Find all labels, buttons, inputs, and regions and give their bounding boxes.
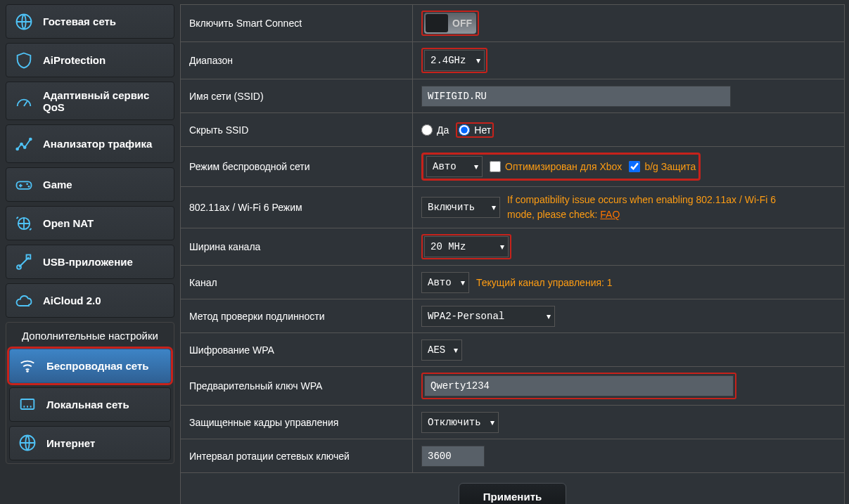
sidebar-item-aicloud[interactable]: AiCloud 2.0	[6, 283, 174, 318]
label-psk: Предварительный ключ WPA	[181, 367, 413, 405]
ax-select[interactable]: Включить	[421, 197, 500, 218]
psk-input[interactable]	[424, 375, 734, 396]
row-ax: 802.11ax / Wi-Fi 6 Режим Включить If com…	[181, 187, 844, 228]
row-channel: Канал Авто Текущий канал управления: 1	[181, 266, 844, 299]
wifi-icon	[17, 355, 38, 376]
label-wmode: Режим беспроводной сети	[181, 147, 413, 186]
sidebar-advanced-group: Дополнительные настройки Беспроводная се…	[6, 322, 174, 464]
svg-rect-12	[21, 399, 34, 409]
globe-arrows-icon	[13, 213, 34, 234]
sidebar-item-traffic[interactable]: Анализатор трафика	[6, 124, 174, 163]
row-width: Ширина канала 20 MHz	[181, 228, 844, 266]
label-band: Диапазон	[181, 42, 413, 79]
sidebar-item-guest[interactable]: Гостевая сеть	[6, 4, 174, 39]
sidebar-advanced-title: Дополнительные настройки	[6, 324, 174, 346]
globe-network-icon	[13, 11, 34, 32]
apply-row: Применить	[181, 473, 844, 504]
bg-protect-checkbox[interactable]	[629, 161, 640, 172]
channel-select[interactable]: Авто	[421, 272, 469, 293]
label-channel: Канал	[181, 266, 413, 299]
row-smart-connect: Включить Smart Connect OFF	[181, 5, 844, 42]
usb-icon	[13, 252, 34, 273]
sidebar-item-label: Анализатор трафика	[43, 138, 152, 150]
sidebar-item-qos[interactable]: Адаптивный сервис QoS	[6, 82, 174, 120]
row-cipher: Шифрование WPA AES	[181, 333, 844, 367]
sidebar-item-label: Локальная сеть	[46, 399, 129, 411]
sidebar-item-label: AiProtection	[43, 54, 106, 66]
width-select[interactable]: 20 MHz	[424, 236, 509, 257]
wireless-settings-table: Включить Smart Connect OFF Диапазон 2.4G…	[180, 4, 845, 504]
label-smart-connect: Включить Smart Connect	[181, 5, 413, 41]
sidebar-item-label: Интернет	[46, 437, 95, 449]
pmf-select[interactable]: Отключить	[421, 412, 499, 433]
apply-button[interactable]: Применить	[459, 483, 566, 504]
band-select[interactable]: 2.4GHz	[424, 50, 485, 71]
globe-icon	[17, 432, 38, 453]
sidebar-item-game[interactable]: Game	[6, 167, 174, 202]
svg-point-3	[23, 146, 27, 149]
label-width: Ширина канала	[181, 228, 413, 265]
sidebar-item-aiprotection[interactable]: AiProtection	[6, 43, 174, 77]
sidebar-item-label: Гостевая сеть	[43, 15, 116, 27]
auth-select[interactable]: WPA2-Personal	[421, 306, 555, 327]
smart-connect-toggle[interactable]: OFF	[424, 13, 476, 34]
hide-ssid-no-radio[interactable]	[459, 124, 470, 136]
sidebar-item-usb[interactable]: USB-приложение	[6, 245, 174, 279]
sidebar-item-wireless[interactable]: Беспроводная сеть	[9, 349, 171, 383]
svg-point-2	[20, 142, 23, 146]
rekey-input[interactable]	[421, 446, 485, 467]
svg-point-4	[29, 137, 32, 141]
gauge-icon	[13, 91, 34, 112]
row-wmode: Режим беспроводной сети Авто Оптимизиров…	[181, 147, 844, 187]
wmode-select[interactable]: Авто	[426, 156, 483, 177]
svg-point-7	[28, 185, 30, 187]
row-hide-ssid: Скрыть SSID Да Нет	[181, 113, 844, 147]
faq-link[interactable]: FAQ	[600, 209, 620, 220]
label-cipher: Шифрование WPA	[181, 333, 413, 366]
svg-point-1	[15, 147, 19, 150]
sidebar-item-label: Open NAT	[43, 217, 94, 229]
sidebar-item-label: Беспроводная сеть	[46, 360, 149, 372]
sidebar-item-lan[interactable]: Локальная сеть	[9, 387, 171, 422]
sidebar-item-opennat[interactable]: Open NAT	[6, 206, 174, 240]
ethernet-icon	[17, 394, 38, 415]
shield-icon	[13, 50, 34, 71]
row-rekey: Интервал ротации сетевых ключей	[181, 439, 844, 473]
label-auth: Метод проверки подлинности	[181, 299, 413, 332]
sidebar-item-label: Адаптивный сервис QoS	[43, 89, 167, 113]
sidebar-item-label: USB-приложение	[43, 256, 133, 268]
gamepad-icon	[13, 174, 34, 195]
label-pmf: Защищенные кадры управления	[181, 406, 413, 439]
svg-point-11	[26, 370, 28, 373]
main-panel: Включить Smart Connect OFF Диапазон 2.4G…	[180, 0, 849, 504]
sidebar-item-internet[interactable]: Интернет	[9, 426, 171, 460]
label-ssid: Имя сети (SSID)	[181, 79, 413, 112]
row-psk: Предварительный ключ WPA	[181, 367, 844, 406]
hide-ssid-yes-radio[interactable]	[421, 124, 433, 136]
cipher-select[interactable]: AES	[421, 340, 462, 361]
chart-nodes-icon	[13, 134, 34, 155]
svg-point-6	[26, 183, 28, 185]
xbox-checkbox[interactable]	[490, 161, 501, 172]
svg-rect-5	[17, 181, 32, 189]
row-pmf: Защищенные кадры управления Отключить	[181, 406, 844, 439]
label-ax: 802.11ax / Wi-Fi 6 Режим	[181, 187, 413, 228]
row-band: Диапазон 2.4GHz	[181, 42, 844, 79]
sidebar-item-label: AiCloud 2.0	[43, 295, 101, 306]
label-rekey: Интервал ротации сетевых ключей	[181, 439, 413, 472]
sidebar: Гостевая сеть AiProtection Адаптивный се…	[0, 0, 180, 504]
row-auth: Метод проверки подлинности WPA2-Personal	[181, 299, 844, 333]
sidebar-item-label: Game	[43, 179, 72, 190]
channel-hint: Текущий канал управления: 1	[476, 277, 613, 288]
row-ssid: Имя сети (SSID)	[181, 79, 844, 113]
label-hide-ssid: Скрыть SSID	[181, 113, 413, 146]
cloud-icon	[13, 290, 34, 311]
ssid-input[interactable]	[421, 86, 731, 107]
